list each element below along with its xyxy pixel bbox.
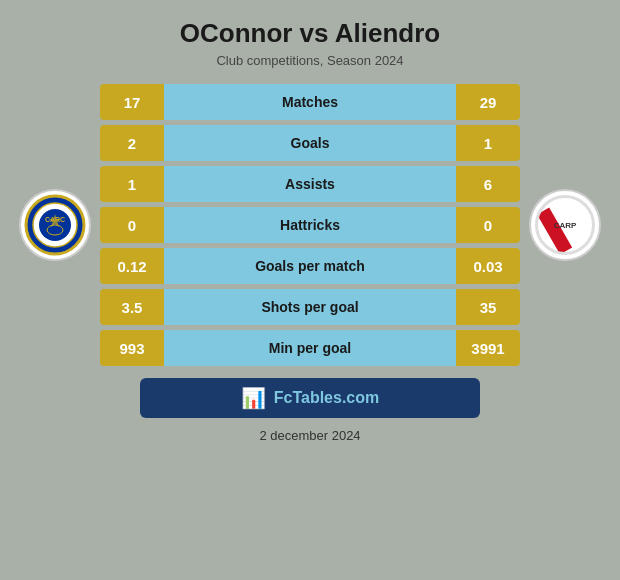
brand-fc: Fc (274, 389, 293, 406)
stat-left-value: 17 (100, 84, 164, 120)
stat-row: 3.5Shots per goal35 (100, 289, 520, 325)
stat-left-value: 0 (100, 207, 164, 243)
stat-label: Goals (164, 125, 456, 161)
stat-label: Goals per match (164, 248, 456, 284)
stat-row: 17Matches29 (100, 84, 520, 120)
stat-left-value: 0.12 (100, 248, 164, 284)
brand-tables: Tables.com (292, 389, 379, 406)
team-right-logo: CARP (520, 189, 610, 261)
page-title: OConnor vs Aliendro (180, 18, 441, 49)
stat-right-value: 29 (456, 84, 520, 120)
stat-right-value: 0.03 (456, 248, 520, 284)
river-logo-svg: CARP (534, 194, 596, 256)
team-left-logo-circle: CARC (19, 189, 91, 261)
stat-right-value: 1 (456, 125, 520, 161)
team-left-logo: CARC (10, 189, 100, 261)
stat-row: 0Hattricks0 (100, 207, 520, 243)
footer-date: 2 december 2024 (259, 428, 360, 443)
stat-row: 1Assists6 (100, 166, 520, 202)
stat-row: 0.12Goals per match0.03 (100, 248, 520, 284)
stat-row: 2Goals1 (100, 125, 520, 161)
stat-left-value: 1 (100, 166, 164, 202)
brand-chart-icon: 📊 (241, 386, 266, 410)
team-right-logo-circle: CARP (529, 189, 601, 261)
stat-row: 993Min per goal3991 (100, 330, 520, 366)
stat-label: Assists (164, 166, 456, 202)
stat-left-value: 993 (100, 330, 164, 366)
stat-left-value: 3.5 (100, 289, 164, 325)
stat-label: Hattricks (164, 207, 456, 243)
stat-label: Min per goal (164, 330, 456, 366)
svg-text:CARP: CARP (554, 221, 577, 230)
stat-left-value: 2 (100, 125, 164, 161)
stats-area: CARC 17Matches292Goals11Assists60Hattric… (10, 84, 610, 366)
brand-text: FcTables.com (274, 389, 380, 407)
page-subtitle: Club competitions, Season 2024 (216, 53, 403, 68)
stat-right-value: 0 (456, 207, 520, 243)
stat-right-value: 35 (456, 289, 520, 325)
brand-wrapper: 📊 FcTables.com (140, 366, 480, 418)
main-container: OConnor vs Aliendro Club competitions, S… (0, 0, 620, 580)
stat-right-value: 6 (456, 166, 520, 202)
stats-rows: 17Matches292Goals11Assists60Hattricks00.… (100, 84, 520, 366)
brand-logo: 📊 FcTables.com (140, 378, 480, 418)
stat-label: Shots per goal (164, 289, 456, 325)
stat-label: Matches (164, 84, 456, 120)
carc-logo-svg: CARC (24, 194, 86, 256)
stat-right-value: 3991 (456, 330, 520, 366)
